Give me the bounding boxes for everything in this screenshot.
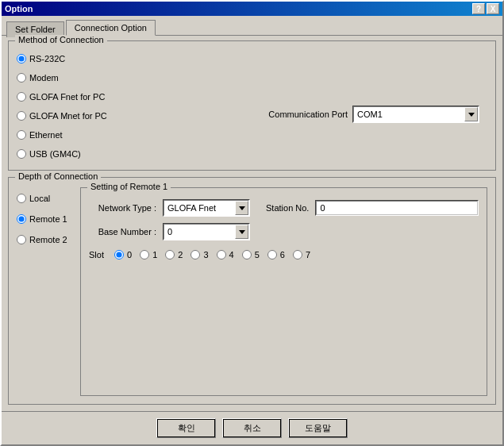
slot-radio-6: 6: [267, 247, 285, 263]
label-slot-5: 5: [255, 250, 260, 260]
slot-radio-5: 5: [242, 247, 260, 263]
label-glofa-mnet-pc: GLOFA Mnet for PC: [29, 111, 107, 121]
station-no-value: 0: [320, 203, 325, 213]
radio-slot-5[interactable]: [242, 250, 252, 260]
close-title-button[interactable]: X: [487, 3, 499, 14]
station-no-label: Station No.: [266, 203, 309, 213]
base-number-value: 0: [164, 227, 235, 236]
setting-remote1-box: Setting of Remote 1 Network Type : GLOFA…: [80, 187, 487, 396]
label-glofa-fnet-pc: GLOFA Fnet for PC: [29, 92, 105, 102]
footer: 확인 취소 도움말: [2, 411, 502, 444]
slot-radio-7: 7: [293, 247, 310, 263]
cancel-button[interactable]: 취소: [222, 418, 282, 438]
title-bar-buttons: ? X: [472, 3, 499, 14]
slot-radio-2: 2: [165, 247, 183, 263]
slot-radio-4: 4: [217, 247, 234, 263]
label-slot-3: 3: [203, 250, 208, 260]
comm-port-select-inner: COM1: [353, 106, 479, 122]
help-title-button[interactable]: ?: [472, 3, 485, 14]
content-area: Method of Connection RS-232C Modem GLOFA…: [2, 35, 502, 411]
comm-port-chevron-icon: [468, 113, 475, 117]
depth-of-connection-group: Depth of Connection Local Remote 1 Remot…: [8, 177, 496, 405]
radio-row-remote1: Remote 1: [17, 211, 72, 227]
label-slot-6: 6: [280, 250, 285, 260]
slot-radio-3: 3: [190, 247, 208, 263]
base-number-row: Base Number : 0: [89, 223, 479, 240]
radio-slot-7[interactable]: [293, 250, 302, 260]
title-bar: Option ? X: [2, 2, 502, 16]
base-number-select-inner: 0: [164, 224, 249, 240]
method-of-connection-group: Method of Connection RS-232C Modem GLOFA…: [8, 40, 496, 171]
network-type-dropdown-btn[interactable]: [235, 201, 248, 215]
radio-glofa-fnet-pc[interactable]: [17, 92, 26, 102]
radio-slot-3[interactable]: [190, 250, 200, 260]
window-title: Option: [5, 4, 33, 13]
label-slot-1: 1: [152, 250, 157, 260]
slot-radio-0: 0: [114, 247, 132, 263]
label-ethernet: Ethernet: [29, 130, 63, 140]
radio-slot-6[interactable]: [267, 250, 277, 260]
network-type-value: GLOFA Fnet: [164, 203, 235, 213]
comm-port-select-wrap: COM1: [352, 106, 479, 123]
radio-remote2[interactable]: [17, 235, 26, 244]
label-local: Local: [29, 194, 50, 203]
base-number-chevron-icon: [239, 230, 245, 234]
comm-port-label: Communication Port: [268, 110, 348, 119]
radio-row-ethernet: Ethernet: [17, 127, 268, 143]
radio-row-modem: Modem: [17, 70, 268, 86]
comm-port-dropdown-btn[interactable]: [464, 107, 478, 121]
radio-slot-1[interactable]: [140, 250, 149, 260]
slot-row: Slot 0 1 2: [89, 247, 479, 263]
radio-slot-0[interactable]: [114, 250, 124, 260]
depth-inner: Local Remote 1 Remote 2 Setting of Remot…: [17, 187, 487, 396]
radio-row-remote2: Remote 2: [17, 232, 72, 248]
radio-row-rs232c: RS-232C: [17, 51, 268, 67]
tab-connection-option[interactable]: Connection Option: [66, 20, 156, 36]
label-slot-4: 4: [229, 250, 234, 260]
help-button[interactable]: 도움말: [288, 418, 348, 438]
radio-row-local: Local: [17, 190, 72, 206]
comm-port-section: Communication Port COM1: [268, 51, 487, 162]
radio-usb-gm4c[interactable]: [17, 149, 26, 159]
slot-radios: 0 1 2 3: [114, 247, 310, 263]
radio-slot-4[interactable]: [217, 250, 226, 260]
station-no-input-wrap: 0: [315, 200, 479, 216]
label-usb-gm4c: USB (GM4C): [29, 149, 81, 159]
base-number-select-wrap: 0: [163, 223, 250, 240]
slot-label: Slot: [89, 250, 113, 260]
depth-radio-column: Local Remote 1 Remote 2: [17, 187, 72, 396]
base-number-dropdown-btn[interactable]: [235, 225, 248, 239]
label-rs232c: RS-232C: [29, 54, 65, 63]
slot-radio-1: 1: [140, 247, 157, 263]
radio-modem[interactable]: [17, 73, 26, 83]
radio-row-glofa-mnet: GLOFA Mnet for PC: [17, 108, 268, 124]
network-type-chevron-icon: [239, 206, 245, 210]
depth-of-connection-label: Depth of Connection: [15, 171, 101, 181]
connection-options-column: RS-232C Modem GLOFA Fnet for PC GLOFA Mn…: [17, 51, 268, 162]
network-type-select-wrap: GLOFA Fnet: [163, 199, 250, 217]
network-type-label: Network Type :: [89, 203, 156, 213]
network-type-select-inner: GLOFA Fnet: [164, 200, 249, 216]
comm-port-value: COM1: [354, 110, 464, 119]
label-slot-7: 7: [306, 250, 310, 260]
radio-rs232c[interactable]: [17, 54, 26, 63]
base-number-label: Base Number :: [89, 227, 156, 236]
label-remote1: Remote 1: [29, 214, 67, 224]
radio-row-glofa-fnet: GLOFA Fnet for PC: [17, 89, 268, 105]
tab-bar: Set Folder Connection Option: [2, 16, 502, 35]
label-modem: Modem: [29, 73, 59, 83]
radio-local[interactable]: [17, 194, 26, 203]
label-remote2: Remote 2: [29, 235, 67, 244]
ok-button[interactable]: 확인: [156, 418, 216, 438]
method-of-connection-label: Method of Connection: [15, 35, 107, 44]
radio-remote1[interactable]: [17, 214, 26, 224]
setting-remote1-label: Setting of Remote 1: [87, 182, 171, 191]
radio-row-usb: USB (GM4C): [17, 146, 268, 162]
label-slot-2: 2: [178, 250, 183, 260]
radio-slot-2[interactable]: [165, 250, 175, 260]
method-connection-inner: RS-232C Modem GLOFA Fnet for PC GLOFA Mn…: [17, 51, 487, 162]
radio-glofa-mnet-pc[interactable]: [17, 111, 26, 121]
station-no-input-inner[interactable]: 0: [316, 201, 478, 215]
radio-ethernet[interactable]: [17, 130, 26, 140]
label-slot-0: 0: [127, 250, 132, 260]
